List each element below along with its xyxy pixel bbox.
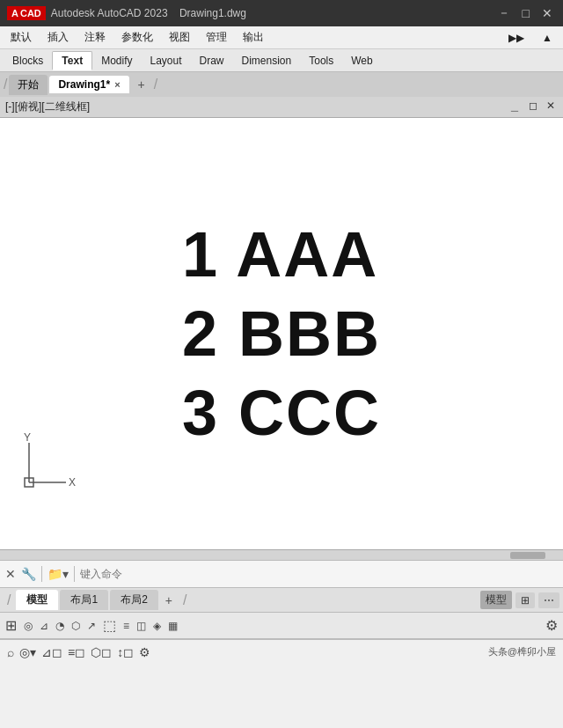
command-folder-icon[interactable]: 📁▾: [48, 567, 69, 581]
menu-insert[interactable]: 插入: [40, 28, 76, 47]
viewport-close-button[interactable]: ✕: [544, 99, 558, 114]
menu-output[interactable]: 输出: [236, 28, 271, 47]
menu-more[interactable]: ▶▶: [501, 30, 531, 46]
track-icon[interactable]: ↗: [87, 620, 96, 632]
drawing-tab-label: Drawing1*: [58, 78, 110, 91]
svg-text:X: X: [69, 476, 76, 489]
menu-parametric[interactable]: 参数化: [114, 28, 160, 47]
tab-draw[interactable]: Draw: [191, 52, 233, 70]
status-bar: ⊞ ◎ ⊿ ◔ ⬡ ↗ ⬚ ≡ ◫ ◈ ▦ ⚙: [0, 613, 563, 639]
bottom-icon-6[interactable]: ↕◻: [117, 645, 134, 659]
window-controls: － □ ✕: [494, 5, 556, 21]
command-divider: [41, 566, 42, 582]
viewport-header: [-][俯视][二维线框] ＿ ◻ ✕: [0, 97, 563, 118]
drawing-line-2: 2 BBB: [182, 294, 381, 373]
quick-props-icon[interactable]: ◈: [153, 620, 161, 632]
command-wrench-icon[interactable]: 🔧: [21, 567, 36, 581]
menu-annotate[interactable]: 注释: [77, 28, 113, 47]
bottom-bar: ⌕ ◎▾ ⊿◻ ≡◻ ⬡◻ ↕◻ ⚙ 头条@榫卯小屋: [0, 639, 563, 664]
layout-dots-button[interactable]: ⋯: [538, 592, 559, 608]
bottom-icon-2[interactable]: ◎▾: [19, 645, 36, 659]
tab-layout[interactable]: Layout: [141, 52, 190, 70]
brand-label: 头条@榫卯小屋: [488, 645, 556, 658]
close-button[interactable]: ✕: [538, 6, 556, 20]
command-close-icon[interactable]: ✕: [5, 567, 16, 581]
bottom-icon-5[interactable]: ⬡◻: [91, 645, 112, 659]
autocad-logo[interactable]: A CAD: [7, 6, 46, 20]
drawing-tab-close[interactable]: ×: [114, 79, 120, 90]
bottom-icon-1[interactable]: ⌕: [7, 645, 14, 659]
bottom-icon-3[interactable]: ⊿◻: [41, 645, 62, 659]
lineweight-icon[interactable]: ≡: [123, 620, 129, 632]
viewport-controls: ＿ ◻ ✕: [507, 99, 558, 114]
drawing-content: 1 AAA 2 BBB 3 CCC: [0, 118, 563, 549]
layout-model-button[interactable]: 模型: [480, 591, 512, 609]
command-bar: ✕ 🔧 📁▾: [0, 560, 563, 588]
tab-modify[interactable]: Modify: [92, 52, 141, 70]
tab-divider-right: /: [154, 77, 157, 92]
tab-web[interactable]: Web: [342, 52, 381, 70]
polar-icon[interactable]: ◔: [55, 620, 64, 632]
grid-icon: ⊞: [521, 594, 530, 607]
svg-text:Y: Y: [24, 432, 31, 444]
layout-tabs-right: 模型 ⊞ ⋯: [480, 591, 559, 609]
viewport-minimize-button[interactable]: ＿: [507, 99, 523, 114]
app-title: Autodesk AutoCAD 2023 Drawing1.dwg: [51, 7, 494, 19]
circle-icon[interactable]: ◎: [24, 620, 33, 632]
tab-dimension[interactable]: Dimension: [233, 52, 301, 70]
logo-a: A: [11, 8, 18, 18]
layout-grid-button[interactable]: ⊞: [515, 592, 535, 608]
menu-manage[interactable]: 管理: [199, 28, 234, 47]
command-divider2: [74, 566, 75, 582]
object-snap-icon[interactable]: ⬡: [71, 620, 80, 632]
settings-icon[interactable]: ⚙: [545, 617, 558, 634]
menu-settings[interactable]: ▲: [535, 30, 559, 46]
document-tabs: / 开始 Drawing1* × + /: [0, 72, 563, 97]
axis-indicator: X Y: [18, 432, 79, 496]
selection-icon[interactable]: ▦: [168, 620, 178, 632]
bottom-icon-4[interactable]: ≡◻: [68, 645, 85, 659]
layout-div-left: /: [7, 592, 11, 608]
tab-blocks[interactable]: Blocks: [4, 52, 52, 70]
dynamic-icon[interactable]: ⬚: [103, 617, 116, 634]
bottom-gear[interactable]: ⚙: [139, 645, 150, 659]
menu-spacer: ▶▶ ▲: [501, 30, 559, 46]
add-tab-button[interactable]: +: [131, 75, 152, 94]
drawing-viewport[interactable]: 1 AAA 2 BBB 3 CCC X Y: [0, 118, 563, 549]
dots-icon: ⋯: [544, 594, 554, 607]
logo-cad: CAD: [20, 8, 41, 18]
ribbon-tabs: Blocks Text Modify Layout Draw Dimension…: [0, 49, 563, 72]
layout-tab-1[interactable]: 布局1: [60, 590, 108, 610]
snap-icon[interactable]: ⊞: [5, 617, 17, 634]
drawing-tab[interactable]: Drawing1* ×: [49, 76, 128, 93]
layout-tab-2[interactable]: 布局2: [110, 590, 158, 610]
tab-text[interactable]: Text: [52, 51, 92, 70]
title-bar: A CAD Autodesk AutoCAD 2023 Drawing1.dwg…: [0, 0, 563, 26]
layout-bar: / 模型 布局1 布局2 + / 模型 ⊞ ⋯: [0, 588, 563, 613]
layout-tabs-left: / 模型 布局1 布局2 + /: [4, 590, 480, 610]
scrollbar-thumb[interactable]: [510, 552, 545, 559]
horizontal-scrollbar[interactable]: [0, 549, 563, 560]
layout-div-right: /: [183, 592, 186, 608]
start-tab-label: 开始: [18, 77, 39, 92]
viewport-label[interactable]: [-][俯视][二维线框]: [5, 99, 90, 114]
layout-add-button[interactable]: +: [160, 592, 178, 609]
layout-tab-model[interactable]: 模型: [16, 590, 58, 610]
minimize-button[interactable]: －: [494, 5, 514, 21]
viewport-restore-button[interactable]: ◻: [526, 99, 540, 114]
axis-svg: X Y: [18, 432, 79, 494]
menu-view[interactable]: 视图: [162, 28, 197, 47]
transparency-icon[interactable]: ◫: [136, 620, 146, 632]
tab-divider-left: /: [4, 77, 7, 92]
menu-bar: 默认 插入 注释 参数化 视图 管理 输出 ▶▶ ▲: [0, 26, 563, 49]
ortho-icon[interactable]: ⊿: [40, 620, 48, 632]
drawing-line-1: 1 AAA: [182, 215, 381, 294]
command-input[interactable]: [80, 568, 558, 580]
drawing-text-block: 1 AAA 2 BBB 3 CCC: [182, 215, 381, 452]
menu-default[interactable]: 默认: [4, 28, 39, 47]
start-tab[interactable]: 开始: [9, 75, 48, 95]
drawing-line-3: 3 CCC: [182, 373, 381, 452]
maximize-button[interactable]: □: [519, 6, 533, 20]
tab-tools[interactable]: Tools: [300, 52, 342, 70]
